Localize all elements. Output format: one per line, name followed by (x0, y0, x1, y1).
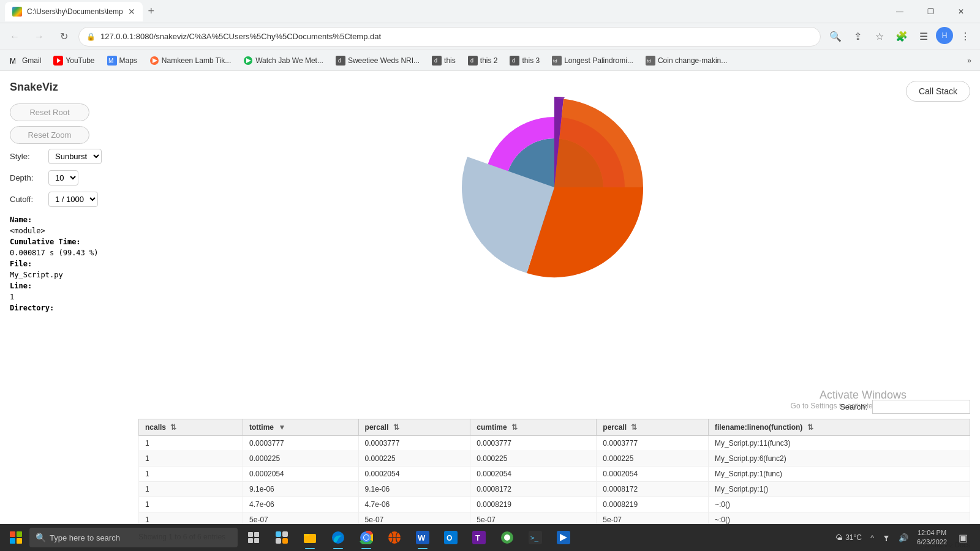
col-ncalls[interactable]: ncalls ⇅ (139, 419, 243, 436)
cell-tottime: 0.000225 (243, 451, 359, 467)
bookmark-palindrome-label: Longest Palindromi... (564, 56, 633, 65)
taskbar-explorer[interactable] (296, 524, 323, 551)
cell-ncalls: 1 (139, 467, 243, 482)
svg-text:td: td (553, 58, 557, 64)
nav-actions: 🔍 ⇪ ☆ 🧩 ☰ H ⋮ (826, 27, 975, 47)
bookmark-this3[interactable]: d this 3 (505, 53, 545, 68)
show-hidden-icons[interactable]: ^ (868, 531, 876, 545)
taskbar-app-blue[interactable] (550, 524, 577, 551)
network-icon[interactable] (879, 530, 894, 546)
taskbar-weather[interactable]: 🌤 31°C (832, 533, 865, 542)
taskbar-terminal[interactable]: >_ (522, 524, 549, 551)
col-cumtime[interactable]: cumtime ⇅ (470, 419, 597, 436)
table-row[interactable]: 1 4.7e-06 4.7e-06 0.0008219 0.0008219 ~:… (139, 497, 970, 512)
cell-cumtime: 0.000225 (470, 451, 597, 467)
bookmark-namkeen[interactable]: Namkeen Lamb Tik... (145, 53, 236, 68)
reset-root-button[interactable]: Reset Root (10, 103, 89, 121)
app-container: SnakeViz Reset Root Reset Zoom Style: Su… (0, 71, 980, 551)
taskbar-outlook[interactable]: O (437, 524, 464, 551)
taskbar-word[interactable]: W (409, 524, 436, 551)
bookmark-coin[interactable]: td Coin change-makin... (641, 53, 732, 68)
cumtime-value: 0.000817 s (99.43 %) (10, 249, 99, 257)
taskbar-clock[interactable]: 12:04 PM 6/23/2022 (913, 526, 951, 550)
cell-tottime: 4.7e-06 (243, 497, 359, 512)
bookmark-palindrome[interactable]: td Longest Palindromi... (547, 53, 638, 68)
bookmark-gmail[interactable]: M Gmail (5, 53, 46, 68)
search-input[interactable] (872, 400, 970, 414)
table-row[interactable]: 1 0.0003777 0.0003777 0.0003777 0.000377… (139, 436, 970, 451)
forward-button[interactable]: → (29, 27, 49, 47)
bookmark-this2[interactable]: d this 2 (463, 53, 503, 68)
bookmark-coin-label: Coin change-makin... (658, 56, 727, 65)
svg-text:d: d (434, 58, 437, 64)
col-tottime[interactable]: tottime ▼ (243, 419, 359, 436)
maximize-button[interactable]: ❐ (916, 2, 944, 21)
sidebar-button[interactable]: ☰ (914, 27, 933, 47)
bookmark-watchjab[interactable]: Watch Jab We Met... (238, 53, 328, 68)
sound-icon[interactable]: 🔊 (896, 531, 911, 545)
tab-close-button[interactable]: ✕ (128, 7, 135, 17)
cell-cumtime: 0.0002054 (470, 467, 597, 482)
cutoff-select[interactable]: 1 / 1000 1 / 500 1 / 100 (48, 192, 98, 207)
bookmarks-more-button[interactable]: » (963, 54, 975, 67)
table-row[interactable]: 1 0.0002054 0.0002054 0.0002054 0.000205… (139, 467, 970, 482)
cell-cumtime: 0.0003777 (470, 436, 597, 451)
share-button[interactable]: ⇪ (848, 27, 867, 47)
bookmark-maps[interactable]: M Maps (102, 53, 142, 68)
bookmark-this-label: this (444, 56, 456, 65)
taskbar-search-icon: 🔍 (36, 533, 46, 542)
svg-text:M: M (10, 57, 16, 66)
bookmark-this3-label: this 3 (522, 56, 540, 65)
reset-zoom-button[interactable]: Reset Zoom (10, 126, 89, 144)
sidebar: SnakeViz Reset Root Reset Zoom Style: Su… (0, 71, 129, 551)
address-bar[interactable]: 🔒 127.0.0.1:8080/snakeviz/C%3A%5CUsers%5… (78, 27, 821, 47)
taskbar-edge[interactable] (325, 524, 352, 551)
cumtime-label: Cumulative Time: (10, 238, 81, 246)
svg-rect-24 (248, 538, 253, 543)
reload-button[interactable]: ↻ (54, 27, 74, 47)
chart-area (129, 71, 980, 304)
browser-tab[interactable]: C:\Users\hy\Documents\temp ✕ (5, 2, 143, 21)
minimize-button[interactable]: — (886, 2, 914, 21)
col-percall2[interactable]: percall ⇅ (597, 419, 709, 436)
new-tab-button[interactable]: + (143, 3, 160, 20)
notification-center[interactable]: ▣ (953, 524, 973, 551)
col-percall1[interactable]: percall ⇅ (358, 419, 470, 436)
close-button[interactable]: ✕ (947, 2, 975, 21)
taskbar-search[interactable]: 🔍 Type here to search (29, 528, 238, 547)
taskbar-basketball[interactable] (381, 524, 408, 551)
svg-text:O: O (447, 534, 452, 542)
style-select[interactable]: Sunburst Icicle (48, 149, 102, 164)
sunburst-chart[interactable] (438, 71, 671, 304)
taskbar-app-green[interactable] (494, 524, 521, 551)
search-icon-btn[interactable]: 🔍 (826, 27, 845, 47)
svg-text:T: T (475, 533, 480, 542)
svg-rect-50 (886, 539, 887, 541)
bookmark-this[interactable]: d this (427, 53, 461, 68)
taskbar-chrome[interactable] (353, 524, 380, 551)
back-button[interactable]: ← (5, 27, 24, 47)
taskbar-system-tray: 🌤 31°C ^ 🔊 12:04 PM 6/23/2022 ▣ (832, 524, 978, 551)
profile-button[interactable]: H (936, 27, 953, 44)
bookmark-button[interactable]: ☆ (870, 27, 889, 47)
menu-button[interactable]: ⋮ (956, 27, 975, 47)
tab-favicon (12, 7, 22, 17)
cell-ncalls: 1 (139, 436, 243, 451)
depth-select[interactable]: 10 2 3 5 (48, 170, 78, 186)
cell-tottime: 0.0003777 (243, 436, 359, 451)
cell-ncalls: 1 (139, 451, 243, 467)
svg-rect-28 (276, 538, 281, 544)
table-row[interactable]: 1 9.1e-06 9.1e-06 0.0008172 0.0008172 My… (139, 482, 970, 497)
taskbar-taskview[interactable] (240, 524, 267, 551)
taskbar-widgets[interactable] (268, 524, 295, 551)
bookmark-sweetiee-label: Sweetiee Weds NRI... (348, 56, 420, 65)
table-row[interactable]: 1 0.000225 0.000225 0.000225 0.000225 My… (139, 451, 970, 467)
tab-title: C:\Users\hy\Documents\temp (27, 7, 123, 16)
bookmark-sweetiee[interactable]: d Sweetiee Weds NRI... (331, 53, 424, 68)
start-button[interactable] (2, 524, 29, 551)
extensions-button[interactable]: 🧩 (892, 27, 911, 47)
col-func[interactable]: filename:lineno(function) ⇅ (709, 419, 970, 436)
bookmark-youtube-label: YouTube (66, 56, 94, 65)
taskbar-typora[interactable]: T (466, 524, 492, 551)
bookmark-youtube[interactable]: YouTube (48, 53, 99, 68)
